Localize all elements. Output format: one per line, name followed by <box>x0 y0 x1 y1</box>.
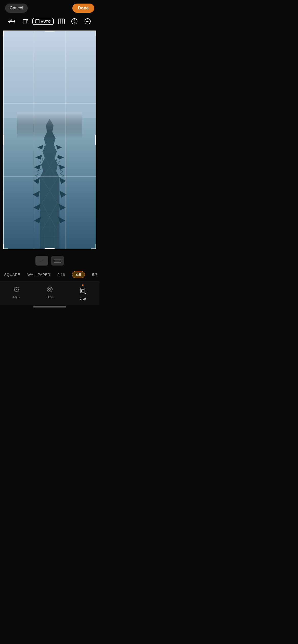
adjust-tab-label: Adjust <box>13 296 21 299</box>
top-bar: Cancel Done <box>0 0 99 15</box>
more-options-icon[interactable] <box>82 17 93 26</box>
svg-rect-2 <box>36 20 39 23</box>
adjust-icon <box>13 286 20 294</box>
tab-filters[interactable]: Filters <box>33 286 66 299</box>
svg-marker-19 <box>59 191 66 198</box>
svg-marker-22 <box>59 165 65 170</box>
svg-point-8 <box>86 21 87 22</box>
svg-marker-13 <box>33 204 41 210</box>
ratio-option-wallpaper[interactable]: WALLPAPER <box>27 272 50 277</box>
svg-rect-48 <box>82 290 84 292</box>
ratio-option-5-7[interactable]: 5:7 <box>92 272 97 277</box>
svg-point-41 <box>16 289 17 290</box>
flip-horizontal-icon[interactable] <box>6 17 17 26</box>
svg-marker-15 <box>34 165 41 170</box>
svg-marker-20 <box>59 204 66 210</box>
auto-crop-button[interactable]: AUTO <box>32 18 54 25</box>
building-image <box>17 112 82 249</box>
svg-marker-12 <box>33 191 40 198</box>
filters-tab-label: Filters <box>46 296 53 299</box>
ratio-option-4-5[interactable]: 4:5 <box>72 271 85 278</box>
tab-crop[interactable]: Crop <box>66 284 99 300</box>
svg-rect-1 <box>23 20 27 23</box>
svg-marker-23 <box>58 155 64 160</box>
ratio-option-square[interactable]: SQUARE <box>4 272 20 277</box>
crop-icon <box>79 288 86 296</box>
done-button[interactable]: Done <box>72 4 94 13</box>
landscape-orientation-button[interactable] <box>51 256 64 266</box>
svg-rect-3 <box>58 19 64 24</box>
crop-tab-label: Crop <box>80 297 86 300</box>
photo-canvas <box>3 31 96 249</box>
tab-adjust[interactable]: Adjust <box>0 286 33 299</box>
aspect-ratio-scroll[interactable]: SQUAREWALLPAPER9:164:55:73:43:5 <box>0 269 99 282</box>
home-indicator <box>33 306 66 308</box>
svg-rect-39 <box>54 259 61 262</box>
aspect-ratio-icon[interactable] <box>56 17 67 26</box>
orientation-row <box>0 251 99 269</box>
svg-point-10 <box>89 21 89 22</box>
auto-label: AUTO <box>41 20 51 23</box>
tools-row: AUTO <box>0 15 99 28</box>
svg-marker-11 <box>33 178 40 184</box>
active-indicator-dot <box>82 284 84 286</box>
image-crop-area[interactable] <box>0 31 99 249</box>
ratio-option-9-16[interactable]: 9:16 <box>57 272 65 277</box>
portrait-orientation-button[interactable] <box>35 256 48 266</box>
rotate-icon[interactable] <box>19 17 31 26</box>
filters-icon <box>46 286 53 294</box>
svg-marker-16 <box>35 155 42 160</box>
compass-icon[interactable] <box>69 17 80 26</box>
cancel-button[interactable]: Cancel <box>5 4 28 13</box>
svg-marker-24 <box>56 145 62 150</box>
bottom-tab-bar: Adjust Filters Crop <box>0 282 99 305</box>
svg-marker-17 <box>37 145 43 150</box>
svg-rect-38 <box>17 112 82 138</box>
svg-point-9 <box>87 21 88 22</box>
svg-marker-18 <box>59 178 66 184</box>
